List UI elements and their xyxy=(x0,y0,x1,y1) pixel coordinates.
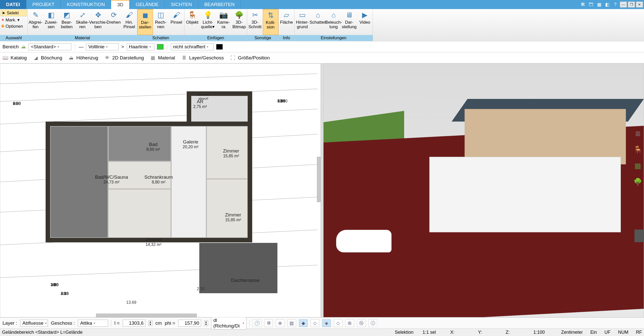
room-zimmer-3[interactable] xyxy=(206,179,248,238)
ribbon-item-0-3[interactable]: ⤢Skalie- ren xyxy=(75,9,90,35)
ribbon-item-5-1[interactable]: ⌂Schatten xyxy=(310,9,326,35)
ribbon-item-3-0[interactable]: ✂3D- Schnitt xyxy=(247,9,263,35)
boeschung-button[interactable]: ◢Böschung xyxy=(33,55,62,61)
ribbon-item-label: Kame- ra xyxy=(217,20,230,29)
phi-spinner[interactable]: ▲▼ xyxy=(204,320,208,326)
ribbon-item-2-2[interactable]: 📷Kame- ra xyxy=(216,9,231,35)
elevation-icon: ⛰ xyxy=(68,55,74,61)
layer-geschoss-button[interactable]: ≣Layer/Geschoss xyxy=(181,55,224,61)
ribbon-item-label: Hinter- grund xyxy=(296,20,309,29)
dim: 3.13 xyxy=(61,291,69,296)
ribbon-item-0-6[interactable]: 🖌Hin. Pinsel xyxy=(121,9,137,35)
phi-value-input[interactable]: 157,90 xyxy=(178,320,201,327)
room-zimmer-1[interactable] xyxy=(108,189,171,238)
menu-gelaende[interactable]: GELÄNDE xyxy=(130,0,165,9)
cube-icon[interactable]: ◧ xyxy=(604,1,611,8)
right-panel-tab[interactable] xyxy=(634,230,644,242)
ribbon-item-0-1[interactable]: ◧Zuwei- sen xyxy=(43,9,59,35)
ribbon-item-5-0[interactable]: ▭Hinter- grund xyxy=(295,9,310,35)
help-icon[interactable]: ? xyxy=(612,1,619,8)
surface4-icon[interactable]: ◇ xyxy=(334,319,342,327)
tree-icon[interactable]: 🌳 xyxy=(633,177,642,186)
ribbon-item-3-1[interactable]: ⇅Kolli- sion xyxy=(263,9,278,35)
menu-konstruktion[interactable]: KONSTRUKTION xyxy=(61,0,111,9)
menu-sichten[interactable]: SICHTEN xyxy=(165,0,198,9)
dachterrasse[interactable] xyxy=(199,243,277,293)
ribbon-item-1-2[interactable]: 🖌Pinsel xyxy=(169,9,184,35)
view-3d[interactable] xyxy=(323,63,644,317)
groesse-position-button[interactable]: ⛶Größe/Position xyxy=(230,55,270,61)
group-label: Schatten xyxy=(137,35,184,41)
ribbon-item-5-4[interactable]: ▶Video xyxy=(357,9,373,35)
ribbon-item-5-2[interactable]: ⌂Beleuch- tung xyxy=(326,9,341,35)
view-2d-floorplan[interactable]: AR2,75 m²Wäsche- abwurfBad8,00 m²Galerie… xyxy=(0,63,321,317)
ribbon-item-4-0[interactable]: ▱Fläche xyxy=(279,9,294,35)
haarlinie-dropdown[interactable]: Haarlinie xyxy=(127,43,154,50)
north-icon[interactable]: Ⓝ xyxy=(357,319,366,327)
surface3-icon[interactable]: ◈ xyxy=(322,319,331,327)
ribbon-item-1-0[interactable]: ◼Dar- stellen xyxy=(137,9,153,35)
standard-dropdown[interactable]: <Standard> xyxy=(28,43,71,50)
ribbon-item-0-5[interactable]: ⟳Drehen xyxy=(106,9,121,35)
colors-icon[interactable]: ▦ xyxy=(633,161,642,170)
mark-tool[interactable]: ✶Mark.▾ xyxy=(0,17,27,23)
katalog-button[interactable]: 📖Katalog xyxy=(3,55,27,61)
dimension-extra: 2.30 xyxy=(197,287,205,291)
ribbon-item-2-1[interactable]: 💡Licht- quelle▾ xyxy=(200,9,216,35)
monitor-icon[interactable]: 🖥 xyxy=(264,319,273,327)
ribbon-item-0-0[interactable]: ✎Abgrei- fen xyxy=(28,9,43,35)
view-splitter[interactable] xyxy=(321,63,323,317)
l-value-input[interactable]: 1303,6 xyxy=(123,320,145,327)
ribbon-icon: 🌳 xyxy=(234,11,244,20)
ribbon-icon: ⌂ xyxy=(313,11,323,20)
clock-icon[interactable]: 🕐 xyxy=(253,319,261,327)
ribbon-item-label: Zuwei- sen xyxy=(45,20,57,29)
material-button[interactable]: ▦Material xyxy=(150,55,175,61)
hoehenzug-button[interactable]: ⛰Höhenzug xyxy=(68,55,98,61)
close-button[interactable]: ✕ xyxy=(636,2,643,8)
info-icon[interactable]: ⓘ xyxy=(369,319,377,327)
crosshair-icon[interactable]: ⊕ xyxy=(276,319,284,327)
room-bad[interactable] xyxy=(108,126,171,161)
fill-dropdown[interactable]: nicht schraffiert xyxy=(171,43,214,50)
eye-icon: 👁 xyxy=(104,55,110,61)
layer-dropdown[interactable]: Abfluesse xyxy=(20,320,48,327)
surface1-icon[interactable]: ◆ xyxy=(299,319,308,327)
2d-darstellung-button[interactable]: 👁2D Darstellung xyxy=(104,55,144,61)
furniture-icon[interactable]: 🪑 xyxy=(633,145,642,154)
room-label-9: Dachterrasse xyxy=(231,278,260,283)
menu-3d[interactable]: 3D xyxy=(111,0,130,9)
ribbon-group-0: ✎Abgrei- fen◧Zuwei- sen◩Bear- beiten⤢Ska… xyxy=(28,9,137,41)
menu-bar: DATEI PROJEKT KONSTRUKTION 3D GELÄNDE SI… xyxy=(0,0,644,9)
ribbon-item-0-2[interactable]: ◩Bear- beiten xyxy=(59,9,75,35)
fill-color-swatch[interactable] xyxy=(216,44,223,50)
geschoss-dropdown[interactable]: Attika xyxy=(78,320,108,327)
options-tool[interactable]: ✚Optionen xyxy=(0,23,27,29)
ribbon-item-2-0[interactable]: 🪑Objekt xyxy=(184,9,200,35)
menu-file[interactable]: DATEI xyxy=(0,0,26,9)
ribbon-item-5-3[interactable]: 🖥Dar- stellung xyxy=(341,9,357,35)
l-spinner[interactable]: ▲▼ xyxy=(148,320,152,326)
vertical-scrollbar[interactable] xyxy=(317,157,320,202)
menu-bearbeiten[interactable]: BEARBEITEN xyxy=(198,0,241,9)
grid-toggle-icon[interactable]: ⊞ xyxy=(345,319,354,327)
select-tool[interactable]: ➤Selekt xyxy=(1,10,27,16)
ribbon-item-1-1[interactable]: ◫Rech- nen xyxy=(153,9,169,35)
mode-dropdown[interactable]: dl (Richtung/Di xyxy=(211,317,246,329)
surface2-icon[interactable]: ◇ xyxy=(311,319,319,327)
tools-icon[interactable]: 🛠 xyxy=(579,1,587,8)
restore-button[interactable]: ❐ xyxy=(628,2,635,8)
layers-icon[interactable]: ≣ xyxy=(633,129,642,138)
line-color-swatch[interactable] xyxy=(157,44,164,50)
minimize-button[interactable]: — xyxy=(620,2,627,8)
ribbon-item-0-4[interactable]: ✥Verschie- ben xyxy=(90,9,106,35)
ribbon-icon: ◩ xyxy=(62,11,72,20)
linetype-dropdown[interactable]: Volllinie xyxy=(86,43,119,50)
ribbon-item-label: Dar- stellen xyxy=(139,20,151,29)
menu-projekt[interactable]: PROJEKT xyxy=(26,0,61,9)
grid-icon[interactable]: ▦ xyxy=(596,1,603,8)
horizontal-scrollbar[interactable] xyxy=(96,314,197,317)
layers-toggle-icon[interactable]: ▧ xyxy=(287,319,296,327)
window-icon[interactable]: 🗔 xyxy=(588,1,595,8)
ribbon-item-2-3[interactable]: 🌳3D- Bitmap xyxy=(231,9,247,35)
